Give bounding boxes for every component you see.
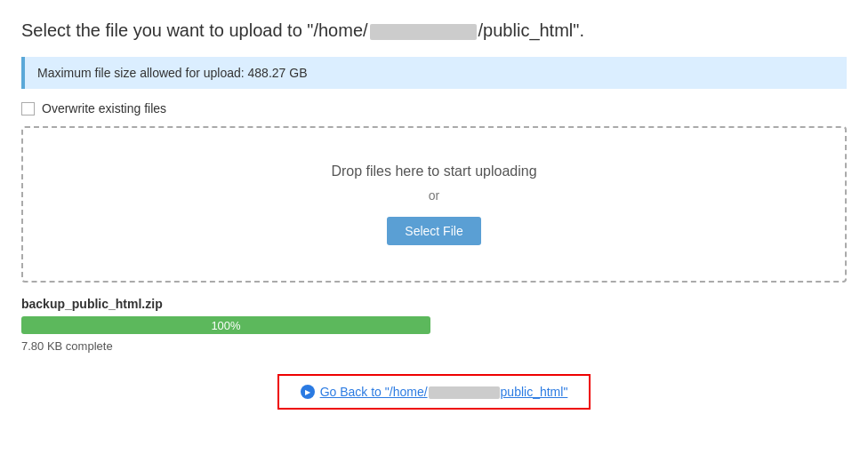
back-link-icon [301,385,315,399]
select-file-button[interactable]: Select File [387,217,480,245]
overwrite-checkbox[interactable] [21,102,35,116]
redacted-username-small [429,386,500,399]
redacted-username [370,24,477,40]
back-link[interactable]: Go Back to "/home/ public_html" [301,385,568,399]
back-link-wrapper: Go Back to "/home/ public_html" [21,374,847,410]
drop-zone[interactable]: Drop files here to start uploading or Se… [21,126,847,283]
drop-text: Drop files here to start uploading [41,163,827,179]
overwrite-row: Overwrite existing files [21,101,847,116]
info-banner: Maximum file size allowed for upload: 48… [21,57,847,89]
back-link-box: Go Back to "/home/ public_html" [277,374,591,410]
progress-bar-fill: 100% [21,316,430,334]
file-size-text: 7.80 KB complete [21,339,847,353]
overwrite-label[interactable]: Overwrite existing files [42,101,166,116]
progress-bar-container: 100% [21,316,430,334]
file-name: backup_public_html.zip [21,297,847,311]
or-text: or [41,188,827,203]
page-title: Select the file you want to upload to "/… [21,18,847,43]
